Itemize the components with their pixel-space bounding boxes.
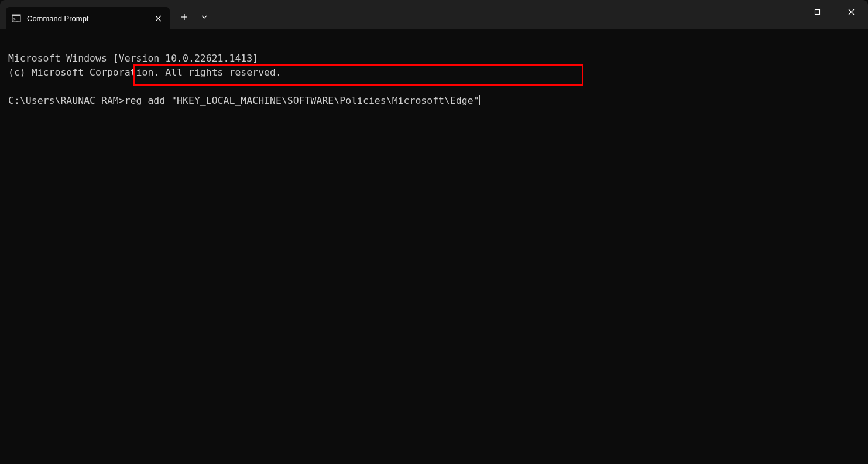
close-icon [155, 15, 162, 22]
version-line: Microsoft Windows [Version 10.0.22621.14… [8, 53, 258, 64]
copyright-line: (c) Microsoft Corporation. All rights re… [8, 67, 282, 78]
minimize-button[interactable] [766, 0, 800, 23]
terminal-area[interactable]: Microsoft Windows [Version 10.0.22621.14… [0, 29, 868, 130]
tab-dropdown-button[interactable] [194, 7, 214, 27]
tab-close-button[interactable] [152, 12, 164, 24]
tab-command-prompt[interactable]: >_ Command Prompt [6, 7, 170, 29]
svg-rect-1 [12, 15, 20, 16]
close-icon [848, 9, 855, 15]
titlebar: >_ Command Prompt [0, 0, 868, 29]
maximize-icon [814, 9, 821, 15]
plus-icon [181, 13, 188, 21]
maximize-button[interactable] [800, 0, 834, 23]
window-close-button[interactable] [834, 0, 868, 23]
tabs-area: >_ Command Prompt [0, 0, 214, 29]
command-input[interactable]: reg add "HKEY_LOCAL_MACHINE\SOFTWARE\Pol… [125, 95, 479, 106]
svg-text:>_: >_ [13, 17, 19, 22]
window-controls [766, 0, 868, 29]
chevron-down-icon [201, 13, 208, 21]
svg-rect-8 [815, 9, 819, 14]
new-tab-button[interactable] [174, 7, 194, 27]
tab-title: Command Prompt [27, 14, 135, 23]
minimize-icon [780, 9, 787, 15]
text-cursor [479, 95, 480, 105]
terminal-icon: >_ [12, 13, 21, 23]
prompt-line: C:\Users\RAUNAC RAM>reg add "HKEY_LOCAL_… [8, 94, 480, 108]
prompt-text: C:\Users\RAUNAC RAM> [8, 95, 125, 106]
